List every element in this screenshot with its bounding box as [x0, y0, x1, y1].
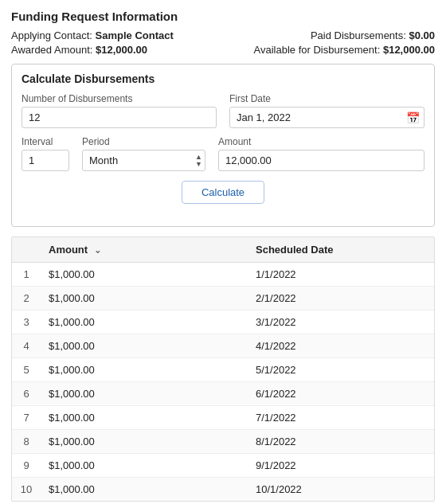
- row-date: 8/1/2022: [248, 430, 434, 454]
- row-num: 6: [12, 382, 41, 406]
- table-row: 10 $1,000.00 10/1/2022: [12, 478, 434, 502]
- calculate-button[interactable]: Calculate: [182, 181, 264, 204]
- table-header-row: Amount ⌄ Scheduled Date: [12, 237, 434, 263]
- page-wrapper: Funding Request Information Applying Con…: [0, 0, 446, 504]
- col-header-num: [12, 237, 41, 263]
- row-date: 2/1/2022: [248, 287, 434, 311]
- row-date: 6/1/2022: [248, 382, 434, 406]
- awarded-amount: Awarded Amount: $12,000.00: [11, 44, 147, 56]
- row-amount: $1,000.00: [41, 287, 248, 311]
- interval-label: Interval: [22, 136, 69, 147]
- amount-group: Amount: [218, 136, 424, 171]
- table-row: 9 $1,000.00 9/1/2022: [12, 454, 434, 478]
- calculate-disbursements-box: Calculate Disbursements Number of Disbur…: [11, 64, 435, 227]
- table-row: 5 $1,000.00 5/1/2022: [12, 358, 434, 382]
- calculate-btn-row: Calculate: [22, 181, 424, 204]
- date-wrapper: 📅: [229, 107, 424, 128]
- available-disbursement: Available for Disbursement: $12,000.00: [254, 44, 435, 56]
- row-date: 3/1/2022: [248, 311, 434, 334]
- row-amount: $1,000.00: [41, 263, 248, 287]
- row-amount: $1,000.00: [41, 406, 248, 430]
- row-num: 8: [12, 430, 41, 454]
- row-amount: $1,000.00: [41, 478, 248, 502]
- row-num: 2: [12, 287, 41, 311]
- amount-label: Amount: [218, 136, 424, 147]
- row-num: 7: [12, 406, 41, 430]
- row-date: 1/1/2022: [248, 263, 434, 287]
- period-select-wrapper: Day Week Month Year ▲▼: [82, 150, 205, 171]
- period-label: Period: [82, 136, 205, 147]
- num-disbursements-input[interactable]: [22, 107, 217, 128]
- sort-icon: ⌄: [94, 245, 101, 256]
- col-header-amount[interactable]: Amount ⌄: [41, 237, 248, 263]
- table-row: 6 $1,000.00 6/1/2022: [12, 382, 434, 406]
- form-row-2: Interval Period Day Week Month Year ▲▼ A…: [22, 136, 424, 171]
- row-amount: $1,000.00: [41, 358, 248, 382]
- row-amount: $1,000.00: [41, 430, 248, 454]
- info-row-1: Applying Contact: Sample Contact Paid Di…: [11, 29, 435, 41]
- row-date: 9/1/2022: [248, 454, 434, 478]
- info-row-2: Awarded Amount: $12,000.00 Available for…: [11, 44, 435, 56]
- col-header-date[interactable]: Scheduled Date: [248, 237, 434, 263]
- first-date-group: First Date 📅: [229, 93, 424, 128]
- row-date: 5/1/2022: [248, 358, 434, 382]
- table-body: 1 $1,000.00 1/1/2022 2 $1,000.00 2/1/202…: [12, 263, 434, 502]
- disbursements-table: Amount ⌄ Scheduled Date 1 $1,000.00 1/1/…: [12, 237, 434, 501]
- row-amount: $1,000.00: [41, 454, 248, 478]
- row-num: 1: [12, 263, 41, 287]
- table-row: 1 $1,000.00 1/1/2022: [12, 263, 434, 287]
- table-row: 3 $1,000.00 3/1/2022: [12, 311, 434, 334]
- table-row: 4 $1,000.00 4/1/2022: [12, 334, 434, 358]
- table-row: 7 $1,000.00 7/1/2022: [12, 406, 434, 430]
- row-num: 5: [12, 358, 41, 382]
- row-amount: $1,000.00: [41, 382, 248, 406]
- first-date-input[interactable]: [229, 107, 424, 128]
- period-select[interactable]: Day Week Month Year: [82, 150, 205, 171]
- period-group: Period Day Week Month Year ▲▼: [82, 136, 205, 171]
- info-block: Applying Contact: Sample Contact Paid Di…: [11, 29, 435, 56]
- disbursements-table-wrapper: Amount ⌄ Scheduled Date 1 $1,000.00 1/1/…: [11, 236, 435, 502]
- row-amount: $1,000.00: [41, 311, 248, 334]
- row-num: 10: [12, 478, 41, 502]
- row-date: 4/1/2022: [248, 334, 434, 358]
- first-date-label: First Date: [229, 93, 424, 104]
- paid-disbursements: Paid Disbursements: $0.00: [311, 29, 435, 41]
- row-num: 9: [12, 454, 41, 478]
- page-title: Funding Request Information: [11, 10, 435, 23]
- num-disbursements-group: Number of Disbursements: [22, 93, 217, 128]
- row-date: 10/1/2022: [248, 478, 434, 502]
- row-num: 3: [12, 311, 41, 334]
- num-disbursements-label: Number of Disbursements: [22, 93, 217, 104]
- interval-group: Interval: [22, 136, 69, 171]
- row-num: 4: [12, 334, 41, 358]
- applying-contact: Applying Contact: Sample Contact: [11, 29, 174, 41]
- row-amount: $1,000.00: [41, 334, 248, 358]
- form-row-1: Number of Disbursements First Date 📅: [22, 93, 424, 128]
- table-row: 8 $1,000.00 8/1/2022: [12, 430, 434, 454]
- amount-input[interactable]: [218, 150, 424, 171]
- interval-input[interactable]: [22, 150, 69, 171]
- calc-title: Calculate Disbursements: [22, 72, 424, 85]
- table-row: 2 $1,000.00 2/1/2022: [12, 287, 434, 311]
- row-date: 7/1/2022: [248, 406, 434, 430]
